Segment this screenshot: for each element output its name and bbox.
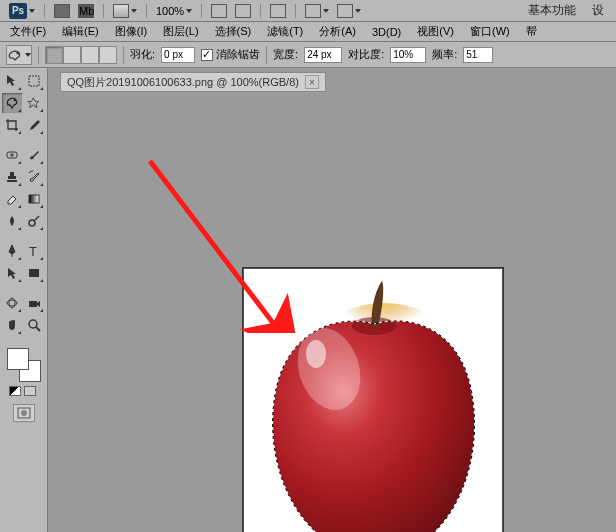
mini-bridge-button[interactable]: Mb xyxy=(75,2,97,20)
svg-rect-10 xyxy=(29,269,39,277)
svg-point-2 xyxy=(14,99,17,102)
width-input[interactable] xyxy=(304,47,342,63)
document-canvas[interactable] xyxy=(243,268,503,532)
workspace-essentials[interactable]: 基本功能 xyxy=(528,2,576,19)
screen-mode-button[interactable] xyxy=(334,2,364,20)
frequency-label: 频率: xyxy=(432,47,457,62)
quick-mask-button[interactable] xyxy=(13,404,35,422)
app-top-strip: Ps Mb 100% 基本功能 设 xyxy=(0,0,616,22)
tool-options-bar: 羽化: 消除锯齿 宽度: 对比度: 频率: xyxy=(0,42,616,68)
foreground-color-swatch[interactable] xyxy=(7,348,29,370)
feather-label: 羽化: xyxy=(130,47,155,62)
menu-filter[interactable]: 滤镜(T) xyxy=(261,22,309,41)
tool-type[interactable]: T xyxy=(24,241,44,261)
frequency-input[interactable] xyxy=(463,47,493,63)
tool-crop[interactable] xyxy=(2,115,22,135)
arrange-docs-button[interactable] xyxy=(302,2,332,20)
tool-hand[interactable] xyxy=(2,315,22,335)
selection-mode-add[interactable] xyxy=(63,46,81,64)
rotate-view-button[interactable] xyxy=(267,2,289,20)
tool-gradient[interactable] xyxy=(24,189,44,209)
tool-path-select[interactable] xyxy=(2,263,22,283)
tool-pen[interactable] xyxy=(2,241,22,261)
zoom-level-button[interactable]: 100% xyxy=(153,2,195,20)
svg-point-14 xyxy=(29,320,37,328)
svg-point-7 xyxy=(29,220,35,226)
tool-quick-select[interactable] xyxy=(24,93,44,113)
tools-panel: T xyxy=(0,68,48,532)
app-logo[interactable]: Ps xyxy=(6,2,38,20)
svg-line-8 xyxy=(35,216,39,220)
tool-3d-camera[interactable] xyxy=(24,293,44,313)
menu-bar: 文件(F) 编辑(E) 图像(I) 图层(L) 选择(S) 滤镜(T) 分析(A… xyxy=(0,22,616,42)
menu-file[interactable]: 文件(F) xyxy=(4,22,52,41)
feather-input[interactable] xyxy=(161,47,195,63)
contrast-label: 对比度: xyxy=(348,47,384,62)
canvas-area: QQ图片20191006100633.png @ 100%(RGB/8) × xyxy=(48,68,616,532)
tool-eraser[interactable] xyxy=(2,189,22,209)
svg-rect-6 xyxy=(29,195,39,203)
menu-window[interactable]: 窗口(W) xyxy=(464,22,516,41)
selection-mode-intersect[interactable] xyxy=(99,46,117,64)
current-tool-indicator[interactable] xyxy=(6,45,32,65)
menu-image[interactable]: 图像(I) xyxy=(109,22,153,41)
default-colors-button[interactable] xyxy=(9,386,21,396)
tool-dodge[interactable] xyxy=(24,211,44,231)
zoom-tool-button[interactable] xyxy=(232,2,254,20)
svg-rect-13 xyxy=(29,301,37,307)
selection-mode-new[interactable] xyxy=(45,46,63,64)
menu-layer[interactable]: 图层(L) xyxy=(157,22,204,41)
tool-stamp[interactable] xyxy=(2,167,22,187)
tool-marquee[interactable] xyxy=(24,71,44,91)
svg-text:T: T xyxy=(29,244,37,258)
workspace-design[interactable]: 设 xyxy=(592,2,604,19)
hand-tool-button[interactable] xyxy=(208,2,230,20)
menu-select[interactable]: 选择(S) xyxy=(209,22,258,41)
svg-line-15 xyxy=(36,327,40,331)
tool-rectangle[interactable] xyxy=(24,263,44,283)
svg-point-0 xyxy=(17,51,20,54)
tool-history-brush[interactable] xyxy=(24,167,44,187)
menu-3d[interactable]: 3D(D) xyxy=(366,24,407,40)
document-title: QQ图片20191006100633.png @ 100%(RGB/8) xyxy=(67,75,299,90)
tool-3d-rotate[interactable] xyxy=(2,293,22,313)
close-tab-button[interactable]: × xyxy=(305,75,319,89)
svg-point-21 xyxy=(306,340,326,368)
menu-edit[interactable]: 编辑(E) xyxy=(56,22,105,41)
menu-help[interactable]: 帮 xyxy=(520,22,543,41)
tool-eyedropper[interactable] xyxy=(24,115,44,135)
tool-move[interactable] xyxy=(2,71,22,91)
menu-analysis[interactable]: 分析(A) xyxy=(313,22,362,41)
antialias-checkbox[interactable]: 消除锯齿 xyxy=(201,47,260,62)
tool-healing[interactable] xyxy=(2,145,22,165)
selection-mode-group xyxy=(45,46,117,64)
document-tab[interactable]: QQ图片20191006100633.png @ 100%(RGB/8) × xyxy=(60,72,326,92)
launch-bridge-button[interactable] xyxy=(51,2,73,20)
width-label: 宽度: xyxy=(273,47,298,62)
magnetic-lasso-icon xyxy=(7,48,23,62)
svg-rect-1 xyxy=(29,76,39,86)
color-wells xyxy=(2,341,45,425)
quick-mask-icon xyxy=(17,407,31,419)
contrast-input[interactable] xyxy=(390,47,426,63)
view-extras-button[interactable] xyxy=(110,2,140,20)
tool-lasso[interactable] xyxy=(2,93,22,113)
tool-zoom[interactable] xyxy=(24,315,44,335)
swap-colors-button[interactable] xyxy=(24,386,36,396)
menu-view[interactable]: 视图(V) xyxy=(411,22,460,41)
svg-point-17 xyxy=(21,410,27,416)
selection-mode-subtract[interactable] xyxy=(81,46,99,64)
tool-brush[interactable] xyxy=(24,145,44,165)
tool-blur[interactable] xyxy=(2,211,22,231)
apple-image xyxy=(244,269,503,532)
